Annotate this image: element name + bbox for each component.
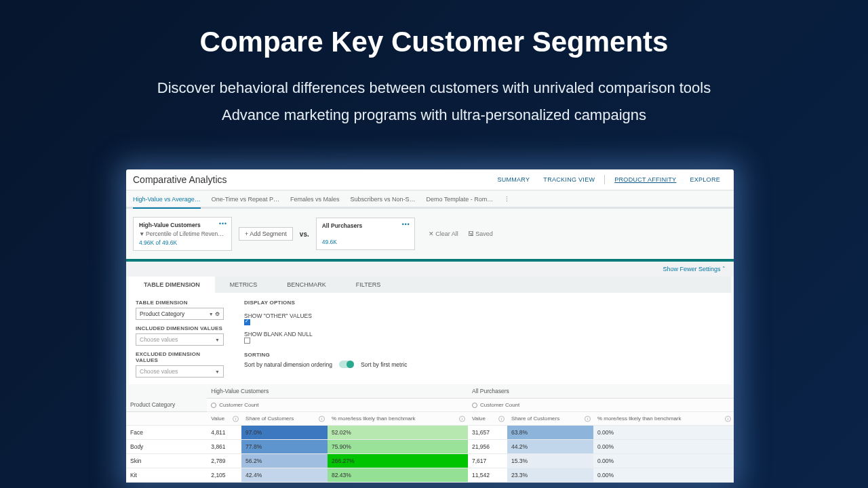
- table-row: Face4,81197.0%52.02%31,65763.8%0.00%: [126, 426, 734, 440]
- nav-product-affinity[interactable]: PRODUCT AFFINITY: [608, 174, 683, 186]
- chevron-down-icon: ▼: [215, 338, 220, 342]
- data-table: Product Category High-Value Customers Al…: [126, 384, 734, 483]
- sort-toggle[interactable]: [339, 361, 354, 368]
- cell-value-b: 21,956: [468, 440, 507, 454]
- cell-share-b: 15.3%: [507, 454, 593, 468]
- chevron-down-icon: ▼: [209, 312, 214, 317]
- cell-value-a: 2,105: [207, 468, 241, 483]
- sort-metric-label: Sort by first metric: [361, 361, 407, 368]
- template-more-icon[interactable]: ⋮: [504, 196, 510, 207]
- segment-card-b[interactable]: All Purchasers ••• 49.6K: [316, 218, 415, 250]
- sort-natural-label: Sort by natural dimension ordering: [244, 361, 332, 368]
- cell-category: Skin: [126, 454, 207, 468]
- table-dimension-select[interactable]: Product Category ▼ ⚙: [136, 308, 224, 320]
- segment-a-menu-icon[interactable]: •••: [219, 220, 227, 227]
- cell-diff-a: 266.27%: [328, 454, 468, 468]
- cell-share-a: 97.0%: [241, 426, 328, 440]
- clear-all-button[interactable]: ✕ Clear All: [429, 230, 458, 237]
- radio-icon[interactable]: [211, 403, 216, 408]
- template-tab-onetime[interactable]: One-Time vs Repeat P…: [212, 196, 279, 207]
- cell-value-b: 31,657: [468, 426, 507, 440]
- cell-value-b: 7,617: [468, 454, 507, 468]
- col-group-b: All Purchasers: [468, 384, 734, 399]
- chevron-down-icon: ▼: [215, 369, 220, 374]
- hero-subtitle-2: Advance marketing programs with ultra-pe…: [0, 102, 868, 129]
- vs-label: vs.: [300, 230, 309, 238]
- table-row: Kit2,10542.4%82.43%11,54223.3%0.00%: [126, 468, 734, 483]
- template-tab-subscribers[interactable]: Subscribers vs Non-S…: [350, 196, 415, 207]
- nav-explore[interactable]: EXPLORE: [683, 174, 727, 186]
- show-blank-null-label: SHOW BLANK AND NULL: [244, 331, 407, 338]
- save-icon: 🖫: [468, 230, 474, 237]
- sorting-label: SORTING: [244, 352, 407, 358]
- col-customer-count-a: Customer Count: [207, 399, 468, 412]
- col-group-a: High-Value Customers: [207, 384, 468, 399]
- segment-b-name: All Purchasers: [322, 222, 409, 229]
- cell-category: Face: [126, 426, 207, 440]
- template-tab-highvalue[interactable]: High-Value vs Average…: [133, 196, 201, 209]
- settings-tab-metrics[interactable]: METRICS: [215, 277, 273, 293]
- col-value-a[interactable]: Valuei: [207, 412, 241, 426]
- cell-value-b: 11,542: [468, 468, 507, 483]
- settings-tab-benchmark[interactable]: BENCHMARK: [272, 277, 341, 293]
- col-customer-count-b: Customer Count: [468, 399, 734, 412]
- gear-icon[interactable]: ⚙: [215, 311, 220, 317]
- col-share-b[interactable]: Share of Customersi: [507, 412, 593, 426]
- segment-a-name: High-Value Customers: [139, 222, 226, 228]
- segment-a-count: 4.96K of 49.6K: [139, 239, 226, 246]
- included-values-select[interactable]: Choose values ▼: [136, 333, 224, 346]
- excluded-values-label: EXCLUDED DIMENSION VALUES: [136, 351, 224, 363]
- nav-summary[interactable]: SUMMARY: [490, 174, 536, 186]
- display-options-label: DISPLAY OPTIONS: [244, 300, 407, 306]
- hero-subtitle-1: Discover behavioral differences between …: [0, 75, 868, 102]
- table-row: Body3,86177.8%75.90%21,95644.2%0.00%: [126, 440, 734, 454]
- show-other-checkbox[interactable]: [244, 319, 250, 325]
- info-icon[interactable]: i: [459, 415, 465, 422]
- cell-diff-a: 82.43%: [328, 468, 468, 483]
- close-icon: ✕: [429, 230, 434, 237]
- col-value-b[interactable]: Valuei: [468, 412, 507, 426]
- cell-diff-a: 75.90%: [328, 440, 468, 454]
- show-other-values-label: SHOW "OTHER" VALUES: [244, 312, 407, 319]
- table-dimension-label: TABLE DIMENSION: [136, 300, 224, 306]
- cell-diff-b: 0.00%: [593, 426, 734, 440]
- settings-tab-dimension[interactable]: TABLE DIMENSION: [129, 277, 215, 293]
- info-icon[interactable]: i: [319, 415, 325, 422]
- col-diff-b[interactable]: % more/less likely than benchmarki: [593, 412, 734, 426]
- template-tab-gender[interactable]: Females vs Males: [290, 196, 340, 207]
- cell-diff-b: 0.00%: [593, 468, 734, 483]
- info-icon[interactable]: i: [725, 415, 731, 422]
- funnel-icon: ▼: [139, 230, 144, 237]
- radio-icon[interactable]: [472, 403, 477, 408]
- info-icon[interactable]: i: [585, 415, 591, 422]
- included-values-label: INCLUDED DIMENSION VALUES: [136, 325, 224, 331]
- cell-share-b: 23.3%: [507, 468, 593, 483]
- nav-divider: [604, 175, 605, 184]
- segment-a-filter: ▼Percentile of Lifetime Revenue (LTR) >=…: [139, 230, 226, 237]
- nav-tracking-view[interactable]: TRACKING VIEW: [536, 174, 601, 186]
- segment-b-menu-icon[interactable]: •••: [402, 221, 410, 228]
- add-segment-button[interactable]: + Add Segment: [239, 227, 293, 241]
- settings-tabs: TABLE DIMENSION METRICS BENCHMARK FILTER…: [129, 277, 731, 293]
- panel-nav: SUMMARY TRACKING VIEW PRODUCT AFFINITY E…: [490, 174, 727, 186]
- info-icon[interactable]: i: [498, 415, 505, 422]
- panel-title: Comparative Analytics: [133, 174, 227, 185]
- settings-tab-filters[interactable]: FILTERS: [341, 277, 395, 293]
- template-tab-demo[interactable]: Demo Template - Rom…: [427, 196, 494, 207]
- col-category[interactable]: Product Category: [126, 384, 207, 412]
- cell-diff-a: 52.02%: [328, 426, 468, 440]
- col-share-a[interactable]: Share of Customersi: [241, 412, 328, 426]
- plus-icon: +: [245, 230, 248, 237]
- cell-value-a: 4,811: [207, 426, 241, 440]
- show-fewer-settings-toggle[interactable]: Show Fewer Settings ˄: [126, 262, 734, 277]
- info-icon[interactable]: i: [233, 415, 239, 422]
- excluded-values-select[interactable]: Choose values ▼: [136, 365, 224, 378]
- cell-category: Kit: [126, 468, 207, 483]
- col-diff-a[interactable]: % more/less likely than benchmarki: [328, 412, 468, 426]
- saved-button[interactable]: 🖫 Saved: [468, 230, 493, 237]
- cell-share-a: 42.4%: [241, 468, 328, 483]
- cell-share-a: 77.8%: [241, 440, 328, 454]
- template-tabs: High-Value vs Average… One-Time vs Repea…: [126, 190, 734, 209]
- show-blank-checkbox[interactable]: [244, 338, 250, 344]
- segment-card-a[interactable]: High-Value Customers ••• ▼Percentile of …: [133, 217, 232, 251]
